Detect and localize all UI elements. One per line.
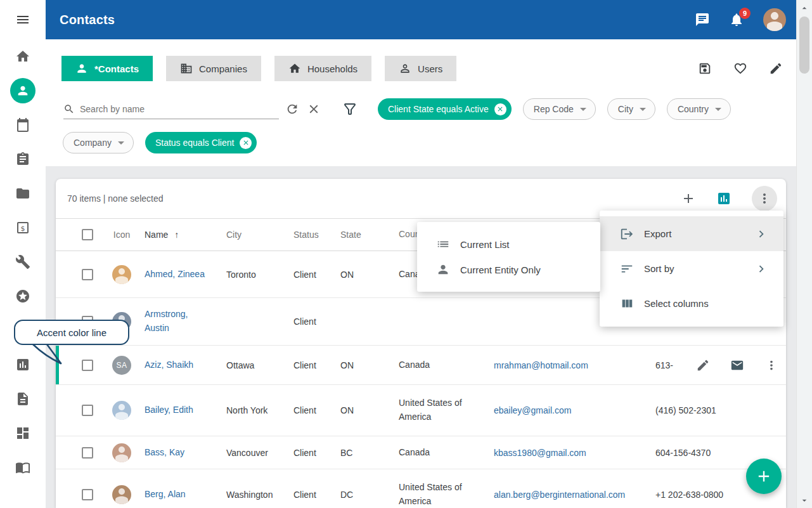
search-input[interactable]: [80, 104, 279, 114]
list-icon: [436, 237, 450, 251]
col-header-name-label: Name: [145, 230, 168, 240]
row-checkbox[interactable]: [82, 405, 93, 416]
sort-ascending-icon: ↑: [174, 230, 179, 240]
person-icon: [436, 263, 450, 277]
filter-chip-city[interactable]: City: [607, 98, 655, 120]
favorite-heart-icon[interactable]: [733, 62, 747, 75]
table-row[interactable]: Berg, Alan Washington Client DC United S…: [56, 469, 786, 508]
remove-filter-icon[interactable]: [240, 137, 252, 149]
contact-name-link[interactable]: Aziz, Shaikh: [145, 358, 193, 372]
avatar: [112, 443, 131, 462]
filter-chip-status[interactable]: Status equals Client: [145, 132, 257, 153]
items-summary: 70 items | none selected: [67, 193, 164, 204]
edit-pencil-icon[interactable]: [696, 358, 710, 372]
col-header-state[interactable]: State: [335, 230, 394, 240]
sidebar-item-library[interactable]: [0, 450, 46, 485]
scroll-down-arrow[interactable]: [797, 492, 812, 508]
contact-name-link[interactable]: Ahmed, Zineea: [145, 268, 205, 282]
sidebar-item-contacts-active[interactable]: [0, 74, 46, 108]
sidebar-item-documents[interactable]: [0, 382, 46, 416]
menu-item-export[interactable]: Export: [600, 216, 783, 251]
user-avatar[interactable]: [763, 8, 786, 31]
sidebar-item-dashboard[interactable]: [0, 416, 46, 450]
contact-name-link[interactable]: Armstrong, Austin: [145, 308, 205, 335]
chevron-down-icon: [640, 108, 646, 111]
email-link[interactable]: ebailey@gmail.com: [494, 405, 571, 415]
chip-label: Country: [678, 104, 709, 114]
sidebar-item-tools[interactable]: [0, 245, 46, 279]
status-cell: Client: [288, 270, 335, 280]
row-checkbox[interactable]: [82, 269, 93, 280]
table-row[interactable]: Bailey, Edith North York Client ON Unite…: [56, 385, 786, 436]
row-checkbox[interactable]: [82, 447, 93, 459]
tab-contacts[interactable]: *Contacts: [61, 56, 153, 81]
view-actions: [698, 62, 783, 75]
status-cell: Client: [288, 360, 335, 370]
save-icon[interactable]: [698, 62, 712, 75]
menu-item-select-columns[interactable]: Select columns: [600, 286, 783, 321]
table-row-highlighted[interactable]: SA Aziz, Shaikh Ottawa Client ON Canada …: [56, 346, 786, 385]
contact-name-link[interactable]: Bass, Kay: [145, 446, 184, 460]
scroll-up-arrow[interactable]: [797, 0, 812, 16]
menu-item-sort-by[interactable]: Sort by: [600, 251, 783, 286]
filter-chips-row2: Company Status equals Client: [63, 132, 257, 153]
menu-item-current-list[interactable]: Current List: [417, 231, 600, 257]
more-vertical-icon[interactable]: [764, 358, 778, 372]
col-header-name[interactable]: Name↑: [139, 230, 221, 240]
search-icon: [63, 103, 75, 115]
chip-label: Company: [74, 138, 112, 148]
refresh-icon[interactable]: [285, 102, 299, 116]
status-cell: Client: [288, 405, 335, 415]
tab-households[interactable]: Households: [274, 56, 371, 81]
entity-tabs: *Contacts Companies Households Users: [61, 56, 456, 81]
more-vertical-icon[interactable]: [752, 186, 777, 211]
column-chart-icon[interactable]: [716, 191, 731, 206]
tab-companies[interactable]: Companies: [166, 56, 261, 81]
select-all-checkbox[interactable]: [82, 229, 93, 240]
sidebar-item-calendar[interactable]: [0, 108, 46, 142]
edit-pencil-icon[interactable]: [769, 62, 783, 75]
email-link[interactable]: mrahman@hotmail.com: [494, 360, 588, 370]
menu-item-current-entity[interactable]: Current Entity Only: [417, 257, 600, 282]
notifications-bell-icon[interactable]: 9: [729, 12, 744, 27]
email-link[interactable]: kbass1980@gmail.com: [494, 448, 586, 458]
sidebar-item-featured[interactable]: [0, 279, 46, 313]
sidebar-item-billing[interactable]: $: [0, 211, 46, 245]
sort-icon: [620, 262, 634, 276]
menu-icon[interactable]: [0, 0, 46, 39]
row-checkbox[interactable]: [82, 360, 93, 371]
app-header: Contacts 9: [46, 0, 796, 39]
scrollbar-thumb[interactable]: [799, 16, 809, 74]
city-cell: Washington: [221, 490, 288, 500]
search-field: [63, 99, 279, 119]
clear-search-icon[interactable]: [307, 102, 321, 116]
tab-users[interactable]: Users: [385, 56, 456, 81]
col-header-icon[interactable]: Icon: [104, 230, 139, 240]
email-envelope-icon[interactable]: [730, 358, 744, 372]
filter-chip-client-state[interactable]: Client State equals Active: [378, 98, 512, 120]
tab-companies-label: Companies: [199, 63, 247, 74]
filter-chip-country[interactable]: Country: [667, 98, 731, 120]
filter-funnel-icon[interactable]: [342, 101, 358, 117]
remove-filter-icon[interactable]: [494, 103, 506, 115]
sidebar-item-home[interactable]: [0, 39, 46, 74]
sidebar-item-tasks[interactable]: [0, 142, 46, 176]
filter-chip-rep-code[interactable]: Rep Code: [523, 98, 596, 120]
contact-name-link[interactable]: Bailey, Edith: [145, 403, 193, 417]
col-header-status[interactable]: Status: [288, 230, 335, 240]
table-row[interactable]: Bass, Kay Vancouver Client BC Canada kba…: [56, 436, 786, 469]
add-contact-fab[interactable]: [746, 459, 782, 494]
filter-chip-company[interactable]: Company: [63, 132, 134, 153]
contact-name-link[interactable]: Berg, Alan: [145, 488, 186, 502]
country-cell: United States of America: [394, 481, 489, 508]
col-header-city[interactable]: City: [221, 230, 288, 240]
annotation-callout: Accent color line: [14, 320, 129, 345]
country-cell: Canada: [394, 358, 489, 372]
add-plus-icon[interactable]: [681, 191, 696, 206]
email-link[interactable]: alan.berg@berginternational.com: [494, 490, 625, 500]
chevron-down-icon: [580, 108, 586, 111]
sidebar-item-folder[interactable]: [0, 176, 46, 211]
avatar: [112, 401, 131, 420]
chat-icon[interactable]: [695, 12, 710, 27]
row-checkbox[interactable]: [82, 489, 93, 500]
